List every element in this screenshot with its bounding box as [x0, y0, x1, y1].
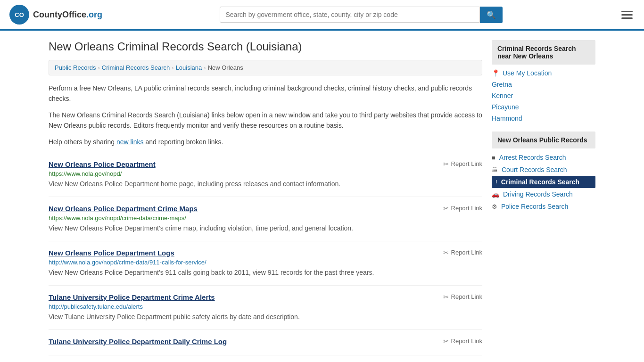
- description-para1: Perform a free New Orleans, LA public cr…: [49, 83, 482, 104]
- main-content: New Orleans Criminal Records Search (Lou…: [49, 40, 482, 355]
- report-link-button[interactable]: ✂ Report Link: [443, 293, 482, 301]
- menu-line: [621, 14, 633, 16]
- report-icon: ✂: [443, 249, 449, 256]
- report-link-label: Report Link: [451, 205, 482, 212]
- use-my-location-link[interactable]: 📍 Use My Location: [492, 69, 595, 77]
- records-type-icon: 🏛: [492, 166, 498, 173]
- result-item: New Orleans Police Department Logs ✂ Rep…: [49, 241, 482, 286]
- result-description: View New Orleans Police Department's 911…: [49, 268, 482, 278]
- report-link-button[interactable]: ✂ Report Link: [443, 337, 482, 345]
- records-list-item: ■ Arrest Records Search: [492, 151, 595, 164]
- records-list: ■ Arrest Records Search 🏛 Court Records …: [492, 151, 595, 213]
- result-description: View New Orleans Police Department's cri…: [49, 223, 482, 233]
- records-list-item: 🏛 Court Records Search: [492, 164, 595, 176]
- results-list: New Orleans Police Department ✂ Report L…: [49, 153, 482, 355]
- logo-icon: CO: [9, 5, 29, 25]
- records-type-link[interactable]: Criminal Records Search: [501, 178, 580, 186]
- nearby-list-item: 📍 Use My Location: [492, 67, 595, 79]
- nearby-list-item: Picayune: [492, 101, 595, 113]
- result-url: https://www.nola.gov/nopd/: [49, 170, 482, 177]
- report-icon: ✂: [443, 160, 449, 168]
- result-title-link[interactable]: New Orleans Police Department Crime Maps: [49, 205, 198, 213]
- description-para2: The New Orleans Criminal Records Search …: [49, 110, 482, 131]
- records-list-item: ⚙ Police Records Search: [492, 200, 595, 213]
- breadcrumb-criminal-records[interactable]: Criminal Records Search: [102, 64, 170, 71]
- menu-line: [621, 11, 633, 12]
- result-url: http://publicsafety.tulane.edu/alerts: [49, 303, 482, 310]
- result-title-row: New Orleans Police Department ✂ Report L…: [49, 160, 482, 168]
- search-container: 🔍: [220, 7, 503, 23]
- result-url: https://www.nola.gov/nopd/crime-data/cri…: [49, 214, 482, 222]
- search-input[interactable]: [220, 7, 480, 23]
- nearby-city-link[interactable]: Picayune: [492, 103, 595, 111]
- breadcrumb-current: New Orleans: [208, 64, 243, 71]
- result-url: http://www.nola.gov/nopd/crime-data/911-…: [49, 259, 482, 266]
- location-icon: 📍: [492, 69, 500, 77]
- result-title-link[interactable]: Tulane University Police Department Crim…: [49, 293, 215, 301]
- records-type-link[interactable]: Driving Records Search: [503, 190, 573, 198]
- records-list-item: 🚗 Driving Records Search: [492, 188, 595, 200]
- nearby-list-item: Hammond: [492, 113, 595, 124]
- nearby-city-link[interactable]: Gretna: [492, 81, 595, 88]
- report-icon: ✂: [443, 205, 449, 212]
- content-area: New Orleans Criminal Records Search (Lou…: [39, 31, 605, 362]
- report-link-label: Report Link: [451, 249, 482, 256]
- records-type-link[interactable]: Police Records Search: [501, 203, 568, 210]
- records-type-icon: 🚗: [492, 191, 499, 198]
- report-link-label: Report Link: [451, 293, 482, 300]
- result-item: New Orleans Police Department ✂ Report L…: [49, 153, 482, 197]
- site-header: CO CountyOffice.org 🔍: [0, 0, 644, 31]
- result-title-row: New Orleans Police Department Crime Maps…: [49, 205, 482, 213]
- nearby-list-item: Gretna: [492, 79, 595, 90]
- result-item: Tulane University Police Department Dail…: [49, 330, 482, 355]
- new-links-link[interactable]: new links: [116, 138, 144, 146]
- sidebar: Criminal Records Search near New Orleans…: [492, 40, 595, 355]
- result-title-row: New Orleans Police Department Logs ✂ Rep…: [49, 249, 482, 257]
- report-link-button[interactable]: ✂ Report Link: [443, 160, 482, 168]
- report-link-button[interactable]: ✂ Report Link: [443, 249, 482, 256]
- nearby-list-item: Kenner: [492, 90, 595, 101]
- records-type-icon: ⚙: [492, 203, 497, 210]
- result-item: New Orleans Police Department Crime Maps…: [49, 197, 482, 241]
- breadcrumb: Public Records › Criminal Records Search…: [49, 60, 482, 75]
- report-icon: ✂: [443, 337, 449, 345]
- records-list-item: ! Criminal Records Search: [492, 176, 595, 188]
- nearby-list: 📍 Use My LocationGretnaKennerPicayuneHam…: [492, 67, 595, 124]
- logo-text: CountyOffice.org: [33, 10, 102, 20]
- page-title: New Orleans Criminal Records Search (Lou…: [49, 40, 482, 53]
- report-link-label: Report Link: [451, 337, 482, 345]
- search-button[interactable]: 🔍: [480, 7, 503, 23]
- report-link-label: Report Link: [451, 160, 482, 167]
- records-type-link[interactable]: Court Records Search: [502, 166, 567, 173]
- result-item: Tulane University Police Department Crim…: [49, 286, 482, 330]
- logo-area: CO CountyOffice.org: [9, 5, 102, 25]
- nearby-section: Criminal Records Search near New Orleans…: [492, 40, 595, 124]
- result-title-row: Tulane University Police Department Dail…: [49, 337, 482, 346]
- result-title-link[interactable]: New Orleans Police Department: [49, 160, 156, 168]
- svg-text:CO: CO: [15, 11, 24, 18]
- result-title-link[interactable]: New Orleans Police Department Logs: [49, 249, 174, 257]
- result-description: View New Orleans Police Department home …: [49, 179, 482, 189]
- records-type-icon: ■: [492, 154, 495, 161]
- hamburger-menu-button[interactable]: [619, 9, 635, 21]
- breadcrumb-louisiana[interactable]: Louisiana: [176, 64, 202, 71]
- result-title-row: Tulane University Police Department Crim…: [49, 293, 482, 301]
- records-type-icon: !: [495, 179, 497, 186]
- report-link-button[interactable]: ✂ Report Link: [443, 205, 482, 212]
- nearby-city-link[interactable]: Hammond: [492, 115, 595, 122]
- result-description: View Tulane University Police Department…: [49, 312, 482, 322]
- public-records-section: New Orleans Public Records ■ Arrest Reco…: [492, 132, 595, 218]
- result-title-link[interactable]: Tulane University Police Department Dail…: [49, 337, 227, 346]
- nearby-city-link[interactable]: Kenner: [492, 92, 595, 99]
- breadcrumb-public-records[interactable]: Public Records: [55, 64, 96, 71]
- search-icon: 🔍: [487, 11, 496, 19]
- nearby-header: Criminal Records Search near New Orleans: [492, 40, 595, 65]
- menu-line: [621, 17, 633, 19]
- records-type-link[interactable]: Arrest Records Search: [499, 154, 566, 161]
- report-icon: ✂: [443, 293, 449, 301]
- description-para3: Help others by sharing new links and rep…: [49, 137, 482, 147]
- public-records-header: New Orleans Public Records: [492, 132, 595, 148]
